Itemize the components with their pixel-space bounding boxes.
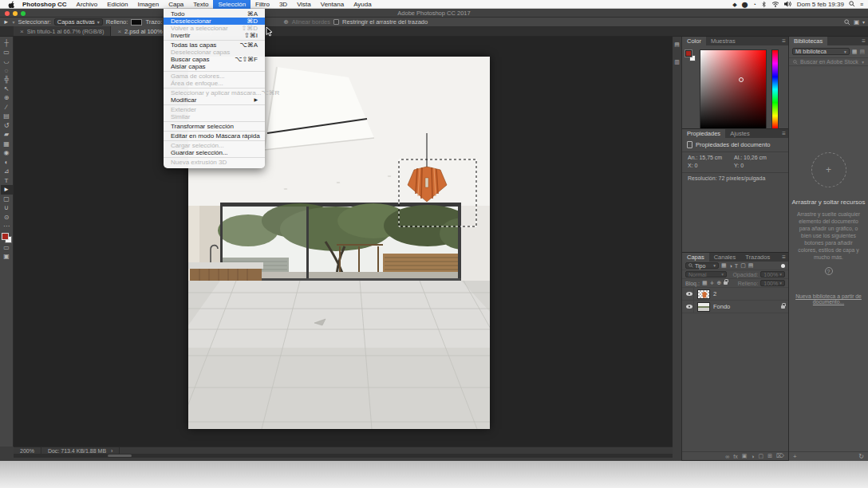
oval-badge-icon[interactable]: ⬤ [742, 0, 748, 9]
foreground-color-swatch[interactable] [2, 233, 9, 240]
help-icon[interactable]: ? [825, 267, 833, 275]
crop-tool[interactable]: ╬ [1, 75, 13, 85]
fill-swatch[interactable] [131, 19, 142, 26]
panel-menu-icon[interactable]: ≡ [782, 253, 788, 262]
menubar-capa[interactable]: Capa [164, 0, 188, 9]
droplet-icon[interactable]: ◆ [732, 0, 736, 9]
tab-ajustes[interactable]: Ajustes [725, 129, 755, 138]
layer-filter-toggle[interactable] [781, 264, 785, 268]
new-layer-icon[interactable]: ⊞ [767, 453, 772, 459]
foreground-background-swatches[interactable] [2, 233, 12, 243]
menubar-clock[interactable]: Dom 5 feb 19:39 [797, 1, 844, 8]
menubar-ventana[interactable]: Ventana [316, 0, 349, 9]
quick-selection-tool[interactable]: ◌ [1, 66, 13, 76]
tool-preset-icon[interactable]: ► [3, 18, 9, 26]
workspace-switcher-icon[interactable]: ▣ [854, 18, 859, 26]
add-content-icon[interactable]: + [793, 453, 797, 460]
restringir-checkbox[interactable] [333, 19, 339, 25]
filter-type-layers-icon[interactable]: T [735, 263, 738, 269]
add-mask-icon[interactable]: ▣ [742, 453, 748, 459]
search-icon[interactable] [844, 19, 850, 26]
menubar-texto[interactable]: Texto [188, 0, 213, 9]
layer-filter-dropdown[interactable]: Tipo ▾ [685, 262, 719, 269]
panel-menu-icon[interactable]: ≡ [782, 37, 788, 45]
eraser-tool[interactable]: ▰ [1, 130, 13, 140]
tab-capas[interactable]: Capas [682, 253, 709, 262]
lock-paint-icon[interactable]: ∔ [710, 280, 715, 286]
collapsed-panel-icon-1[interactable]: ▤ [673, 41, 681, 48]
horizontal-scrollbar[interactable] [14, 454, 673, 458]
menu-item-editar-en-modo-mascara-rapida[interactable]: Editar en modo Máscara rápida [164, 132, 265, 140]
notification-center-icon[interactable]: ≡ [860, 0, 863, 9]
clone-stamp-tool[interactable]: ▤ [1, 112, 13, 121]
menubar-vista[interactable]: Vista [292, 0, 316, 9]
tab-muestras[interactable]: Muestras [706, 37, 740, 45]
new-adjustment-icon[interactable]: ◑ [751, 454, 754, 459]
mini-foreground-swatch[interactable] [685, 50, 692, 57]
opacity-field[interactable]: 100%▾ [760, 271, 785, 277]
shape-tool[interactable]: ▢ [1, 195, 13, 204]
tab-trazados[interactable]: Trazados [740, 253, 775, 262]
filter-shape-layers-icon[interactable]: ▢ [740, 262, 746, 269]
layer-row-fondo[interactable]: Fondo [682, 301, 788, 313]
list-view-icon[interactable]: ▤ [859, 49, 865, 55]
blur-tool[interactable]: ◉ [1, 148, 13, 158]
color-picker-cursor[interactable] [739, 77, 744, 82]
path-selection-tool[interactable]: ► [1, 185, 13, 195]
layer-name[interactable]: Fondo [713, 303, 730, 310]
pen-tool[interactable]: ⊿ [1, 167, 13, 176]
quick-mask-button[interactable]: ▭ [1, 243, 13, 253]
close-tab-icon[interactable]: × [117, 28, 121, 35]
hue-slider[interactable] [771, 49, 779, 129]
doc-size-status[interactable]: Doc: 713.4 KB/1.88 MB › [41, 447, 120, 454]
hand-tool[interactable]: ∪ [1, 203, 13, 213]
window-titlebar[interactable]: Adobe Photoshop CC 2017 [0, 9, 868, 18]
layer-visibility-toggle[interactable] [685, 288, 694, 301]
menubar-imagen[interactable]: Imagen [132, 0, 164, 9]
menu-item-guardar-seleccion[interactable]: Guardar selección... [164, 149, 265, 156]
layer-name[interactable]: 2 [713, 290, 716, 297]
volume-icon[interactable] [784, 1, 792, 7]
menubar-app-name[interactable]: Photoshop CC [18, 0, 72, 9]
history-brush-tool[interactable]: ↺ [1, 121, 13, 131]
layer-visibility-toggle[interactable] [685, 301, 694, 313]
wifi-icon[interactable] [771, 1, 779, 7]
bluetooth-icon[interactable] [761, 1, 767, 8]
zoom-tool[interactable]: ⊙ [1, 213, 13, 222]
canvas-pasteboard[interactable] [14, 37, 673, 447]
tab-bibliotecas[interactable]: Bibliotecas [789, 37, 827, 45]
menubar-3d[interactable]: 3D [274, 0, 292, 9]
filter-smart-objects-icon[interactable]: ▤ [748, 262, 754, 269]
sync-icon[interactable]: ↻ [858, 453, 864, 460]
menu-item-todas-las-capas[interactable]: Todas las capas⌥⌘A [164, 41, 265, 49]
menubar-seleccion[interactable]: Selección [213, 0, 251, 9]
blend-mode-dropdown[interactable]: Normal▾ [685, 271, 727, 277]
new-library-link[interactable]: Nueva biblioteca a partir de documento..… [789, 293, 868, 305]
marquee-tool[interactable]: ▭ [1, 48, 13, 57]
layer-style-icon[interactable]: fx [733, 454, 737, 459]
lock-all-icon[interactable] [724, 281, 728, 285]
collapsed-panel-icon-2[interactable]: ▥ [673, 59, 681, 65]
layer-row-2[interactable]: 2 [682, 288, 788, 301]
document-tab-untitled[interactable]: × Sin título-1 al 66.7% (RGB/8) [14, 26, 111, 36]
tab-propiedades[interactable]: Propiedades [682, 129, 725, 138]
panel-menu-icon[interactable]: ≡ [782, 129, 788, 138]
menu-item-modificar[interactable]: Modificar▶ [164, 96, 265, 104]
menubar-ayuda[interactable]: Ayuda [349, 0, 377, 9]
lasso-tool[interactable]: ◡ [1, 57, 13, 66]
library-search-field[interactable]: Buscar en Adobe Stock ▾ [789, 57, 868, 66]
clock-icon[interactable]: ◔ [753, 0, 756, 9]
rotate-view-icon[interactable]: ⊕ [283, 18, 288, 26]
move-tool[interactable]: ┼ [1, 38, 13, 48]
layer-thumbnail[interactable] [697, 302, 710, 312]
more-tools-button[interactable]: ⋯ [1, 222, 13, 231]
menu-item-aislar-capas[interactable]: Aislar capas [164, 63, 265, 70]
menubar-archivo[interactable]: Archivo [72, 0, 103, 9]
new-group-icon[interactable]: ▢ [759, 453, 764, 459]
menubar-filtro[interactable]: Filtro [251, 0, 274, 9]
menu-item-transformar-seleccion[interactable]: Transformar selección [164, 123, 265, 130]
menu-item-deseleccionar[interactable]: Deseleccionar⌘D [164, 18, 265, 25]
tool-preset-chevron-icon[interactable]: ▾ [12, 19, 14, 25]
filter-adjustment-layers-icon[interactable]: ◑ [729, 263, 732, 269]
select-mode-dropdown[interactable]: Capas activas▾ [54, 18, 103, 26]
